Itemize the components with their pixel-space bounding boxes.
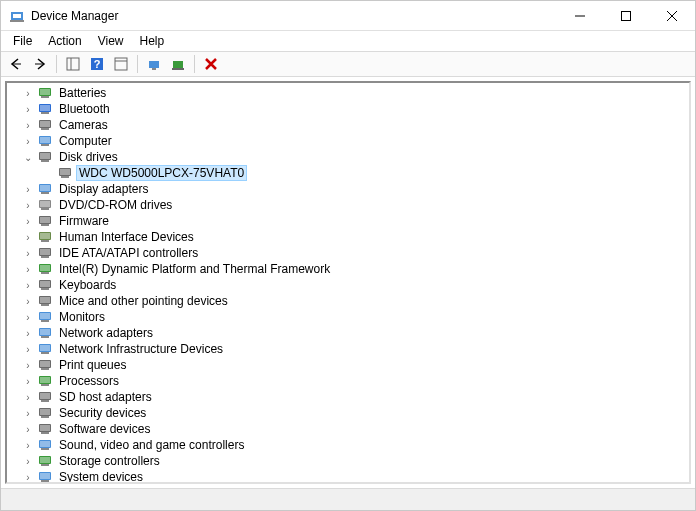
maximize-button[interactable]	[603, 1, 649, 31]
svg-rect-16	[152, 68, 156, 70]
chevron-right-icon[interactable]: ›	[21, 406, 35, 420]
svg-rect-72	[41, 368, 49, 370]
tree-item-wdc-wd5000lpcx-75vhat0[interactable]: WDC WD5000LPCX-75VHAT0	[7, 165, 689, 181]
tree-item-keyboards[interactable]: ›Keyboards	[7, 277, 689, 293]
show-hide-tree-button[interactable]	[62, 53, 84, 75]
chevron-right-icon[interactable]: ›	[21, 246, 35, 260]
chevron-right-icon[interactable]: ›	[21, 438, 35, 452]
chevron-right-icon[interactable]: ›	[21, 374, 35, 388]
tree-item-label: Firmware	[57, 214, 111, 228]
svg-rect-42	[41, 208, 49, 210]
svg-rect-92	[40, 473, 50, 479]
device-tree[interactable]: ›Batteries›Bluetooth›Cameras›Computer⌄Di…	[7, 83, 689, 482]
tree-item-software-devices[interactable]: ›Software devices	[7, 421, 689, 437]
tree-item-security-devices[interactable]: ›Security devices	[7, 405, 689, 421]
delete-icon	[204, 57, 218, 71]
svg-rect-15	[149, 61, 159, 68]
device-category-icon	[37, 181, 53, 197]
tree-item-ide-ata-atapi-controllers[interactable]: ›IDE ATA/ATAPI controllers	[7, 245, 689, 261]
scan-hardware-icon	[171, 57, 185, 71]
chevron-right-icon[interactable]: ›	[21, 214, 35, 228]
uninstall-device-button[interactable]	[200, 53, 222, 75]
chevron-right-icon[interactable]: ›	[21, 342, 35, 356]
tree-item-computer[interactable]: ›Computer	[7, 133, 689, 149]
svg-rect-33	[41, 160, 49, 162]
tree-item-label: Processors	[57, 374, 121, 388]
tree-item-system-devices[interactable]: ›System devices	[7, 469, 689, 482]
svg-rect-86	[40, 441, 50, 447]
tree-item-monitors[interactable]: ›Monitors	[7, 309, 689, 325]
tree-item-label: Computer	[57, 134, 114, 148]
chevron-right-icon[interactable]: ›	[21, 422, 35, 436]
chevron-right-icon[interactable]: ›	[21, 278, 35, 292]
tree-item-storage-controllers[interactable]: ›Storage controllers	[7, 453, 689, 469]
svg-rect-13	[115, 58, 127, 70]
chevron-right-icon[interactable]: ›	[21, 358, 35, 372]
tree-item-display-adapters[interactable]: ›Display adapters	[7, 181, 689, 197]
device-category-icon	[37, 373, 53, 389]
chevron-right-icon[interactable]: ›	[21, 390, 35, 404]
svg-rect-77	[40, 393, 50, 399]
tree-item-sd-host-adapters[interactable]: ›SD host adapters	[7, 389, 689, 405]
tree-item-print-queues[interactable]: ›Print queues	[7, 357, 689, 373]
forward-button[interactable]	[29, 53, 51, 75]
chevron-right-icon[interactable]: ›	[21, 262, 35, 276]
chevron-right-icon[interactable]: ›	[21, 230, 35, 244]
chevron-right-icon[interactable]: ›	[21, 118, 35, 132]
tree-item-human-interface-devices[interactable]: ›Human Interface Devices	[7, 229, 689, 245]
chevron-right-icon[interactable]: ›	[21, 86, 35, 100]
titlebar: Device Manager	[1, 1, 695, 31]
menu-action[interactable]: Action	[40, 32, 89, 50]
svg-rect-80	[40, 409, 50, 415]
tree-item-firmware[interactable]: ›Firmware	[7, 213, 689, 229]
tree-item-processors[interactable]: ›Processors	[7, 373, 689, 389]
close-button[interactable]	[649, 1, 695, 31]
chevron-right-icon[interactable]: ›	[21, 454, 35, 468]
device-category-icon	[37, 229, 53, 245]
app-icon	[9, 8, 25, 24]
tree-item-mice-and-other-pointing-devices[interactable]: ›Mice and other pointing devices	[7, 293, 689, 309]
tree-item-label: Sound, video and game controllers	[57, 438, 246, 452]
back-icon	[9, 57, 23, 71]
tree-item-sound-video-and-game-controllers[interactable]: ›Sound, video and game controllers	[7, 437, 689, 453]
chevron-right-icon[interactable]: ›	[21, 182, 35, 196]
chevron-right-icon[interactable]: ›	[21, 470, 35, 482]
tree-item-dvd-cd-rom-drives[interactable]: ›DVD/CD-ROM drives	[7, 197, 689, 213]
menu-view[interactable]: View	[90, 32, 132, 50]
svg-rect-81	[41, 416, 49, 418]
svg-rect-93	[41, 480, 49, 482]
minimize-button[interactable]	[557, 1, 603, 31]
svg-rect-30	[41, 144, 49, 146]
chevron-down-icon[interactable]: ⌄	[21, 150, 35, 164]
chevron-right-icon[interactable]: ›	[21, 102, 35, 116]
tree-item-network-infrastructure-devices[interactable]: ›Network Infrastructure Devices	[7, 341, 689, 357]
tree-item-label: Monitors	[57, 310, 107, 324]
tree-item-network-adapters[interactable]: ›Network adapters	[7, 325, 689, 341]
menu-file[interactable]: File	[5, 32, 40, 50]
device-category-icon	[37, 293, 53, 309]
chevron-right-icon[interactable]: ›	[21, 326, 35, 340]
properties-button[interactable]	[110, 53, 132, 75]
tree-item-intel-r-dynamic-platform-and-thermal-framework[interactable]: ›Intel(R) Dynamic Platform and Thermal F…	[7, 261, 689, 277]
chevron-right-icon[interactable]: ›	[21, 294, 35, 308]
update-driver-icon	[147, 57, 161, 71]
svg-rect-27	[41, 128, 49, 130]
tree-item-label: Intel(R) Dynamic Platform and Thermal Fr…	[57, 262, 332, 276]
svg-rect-32	[40, 153, 50, 159]
scan-hardware-button[interactable]	[167, 53, 189, 75]
tree-item-label: Keyboards	[57, 278, 118, 292]
chevron-right-icon[interactable]: ›	[21, 134, 35, 148]
chevron-right-icon[interactable]: ›	[21, 310, 35, 324]
tree-item-bluetooth[interactable]: ›Bluetooth	[7, 101, 689, 117]
chevron-right-icon[interactable]: ›	[21, 198, 35, 212]
help-button[interactable]: ?	[86, 53, 108, 75]
tree-item-cameras[interactable]: ›Cameras	[7, 117, 689, 133]
tree-item-disk-drives[interactable]: ⌄Disk drives	[7, 149, 689, 165]
update-driver-button[interactable]	[143, 53, 165, 75]
minimize-icon	[575, 11, 585, 21]
tree-item-batteries[interactable]: ›Batteries	[7, 85, 689, 101]
tree-item-label: Software devices	[57, 422, 152, 436]
back-button[interactable]	[5, 53, 27, 75]
menu-help[interactable]: Help	[132, 32, 173, 50]
svg-rect-71	[40, 361, 50, 367]
